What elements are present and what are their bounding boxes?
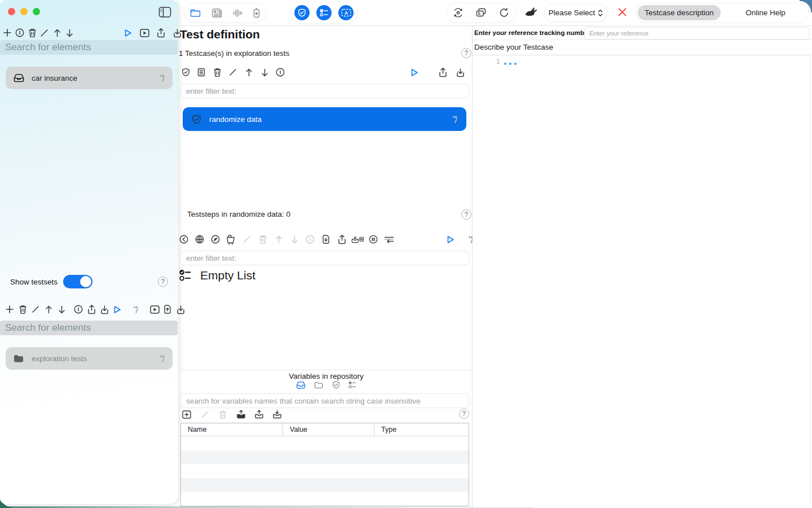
hash-circle-button[interactable]: [367, 234, 379, 244]
info-testset-button[interactable]: [72, 304, 85, 314]
move-testset-down-button[interactable]: [55, 304, 68, 314]
zoom-window-button[interactable]: [33, 8, 40, 15]
teststep-filter-input[interactable]: [180, 251, 469, 265]
edit-element-button[interactable]: [38, 28, 51, 38]
platform-select[interactable]: Please Select: [545, 4, 607, 21]
report-button[interactable]: [212, 8, 222, 17]
run-box-testset-button[interactable]: [148, 304, 161, 314]
variables-help-button[interactable]: ?: [459, 409, 469, 419]
upload-variables-filled-button[interactable]: [235, 409, 247, 419]
export-element-button[interactable]: [155, 28, 167, 38]
text-mode-button[interactable]: A: [338, 5, 354, 20]
connector-testset-button[interactable]: [129, 304, 142, 314]
close-session-button[interactable]: [617, 7, 627, 17]
run-box-button[interactable]: [138, 28, 151, 38]
scope-testcase-button[interactable]: [332, 381, 340, 389]
scope-teststep-button[interactable]: [348, 381, 357, 389]
open-folder-button[interactable]: [190, 8, 201, 17]
checklist-mode-button[interactable]: [316, 5, 332, 20]
copy-button[interactable]: [476, 8, 486, 17]
move-testset-up-button[interactable]: [42, 304, 55, 314]
delete-step-button[interactable]: [257, 234, 269, 244]
close-window-button[interactable]: [8, 8, 15, 15]
doc-import-step-button[interactable]: [320, 234, 332, 244]
tab-testcase-description[interactable]: Testcase description: [638, 5, 721, 20]
tray-import-hash-button[interactable]: [351, 234, 364, 244]
table-row[interactable]: [181, 464, 469, 478]
refresh-button[interactable]: [499, 7, 509, 18]
step-list-button[interactable]: [383, 234, 395, 244]
add-variable-button[interactable]: [180, 409, 193, 419]
variables-search-input[interactable]: [180, 393, 469, 408]
column-header-type[interactable]: Type: [374, 423, 469, 436]
move-step-down-button[interactable]: [288, 234, 301, 244]
download-variables-button[interactable]: [271, 409, 283, 419]
table-row[interactable]: [181, 450, 469, 465]
browser-step-button[interactable]: [209, 234, 222, 244]
run-testset-button[interactable]: [111, 304, 123, 314]
run-steps-button[interactable]: [444, 234, 457, 244]
tab-online-help[interactable]: Online Help: [724, 5, 807, 20]
back-step-button[interactable]: [178, 234, 190, 244]
scope-folder-button[interactable]: [314, 381, 324, 389]
show-testsets-toggle[interactable]: [63, 275, 92, 288]
testcase-filter-input[interactable]: [180, 84, 469, 98]
table-row[interactable]: [181, 436, 469, 450]
add-element-button[interactable]: [1, 28, 14, 38]
toggle-sidebar-button[interactable]: [158, 6, 171, 18]
export-step-button[interactable]: [336, 234, 348, 244]
add-testset-button[interactable]: [3, 304, 16, 314]
testset-item-exploration-tests[interactable]: exploration tests: [6, 347, 173, 370]
table-row[interactable]: [181, 492, 469, 506]
testsets-help-button[interactable]: ?: [158, 277, 168, 287]
web-step-button[interactable]: [193, 234, 206, 244]
battery-button[interactable]: [253, 8, 260, 18]
speed-button[interactable]: [524, 6, 537, 19]
move-testcase-up-button[interactable]: [242, 67, 255, 77]
info-step-button[interactable]: [304, 234, 316, 244]
column-header-name[interactable]: Name: [181, 423, 283, 436]
doc-export-button[interactable]: [161, 304, 174, 314]
cart-step-button[interactable]: [225, 234, 237, 244]
move-element-down-button[interactable]: [63, 28, 76, 38]
edit-testcase-button[interactable]: [227, 67, 239, 77]
testcase-item-randomize-data[interactable]: randomize data: [183, 107, 466, 131]
testcase-description-editor[interactable]: 1: [473, 55, 811, 507]
delete-testcase-button[interactable]: [211, 67, 223, 77]
upload-variables-button[interactable]: [253, 409, 265, 419]
audio-button[interactable]: [233, 8, 242, 17]
element-item-car-insurance[interactable]: car insurance: [6, 67, 173, 89]
import-testcase-button[interactable]: [454, 67, 466, 77]
reference-input[interactable]: [584, 27, 810, 40]
import-testsets-button[interactable]: [174, 304, 187, 314]
scope-repository-button[interactable]: [296, 381, 306, 389]
delete-testset-button[interactable]: [16, 304, 29, 314]
edit-variable-button[interactable]: [198, 409, 211, 419]
run-element-button[interactable]: [122, 28, 134, 38]
shield-mode-button[interactable]: [294, 5, 310, 20]
info-testcase-button[interactable]: [274, 67, 286, 77]
move-element-up-button[interactable]: [51, 28, 63, 38]
notes-testcase-button[interactable]: [195, 67, 208, 77]
edit-step-button[interactable]: [241, 234, 253, 244]
minimize-window-button[interactable]: [20, 8, 28, 15]
export-testset-button[interactable]: [85, 304, 98, 314]
settings-sync-button[interactable]: [453, 7, 464, 18]
delete-variable-button[interactable]: [217, 409, 229, 419]
verify-testcase-button[interactable]: [179, 67, 192, 77]
delete-element-button[interactable]: [26, 28, 38, 38]
folder-icon: [190, 8, 201, 17]
info-element-button[interactable]: [14, 28, 26, 38]
edit-testset-button[interactable]: [29, 304, 42, 314]
column-header-value[interactable]: Value: [283, 423, 374, 436]
move-step-up-button[interactable]: [272, 234, 285, 244]
table-row[interactable]: [181, 478, 469, 492]
testsets-search-input[interactable]: [0, 321, 178, 335]
run-testcase-button[interactable]: [408, 67, 421, 77]
testcases-help-button[interactable]: ?: [461, 48, 471, 58]
import-testset-button[interactable]: [98, 304, 111, 314]
export-testcase-button[interactable]: [436, 67, 449, 77]
elements-search-input[interactable]: [0, 40, 178, 55]
teststeps-help-button[interactable]: ?: [461, 209, 471, 220]
move-testcase-down-button[interactable]: [258, 67, 271, 77]
